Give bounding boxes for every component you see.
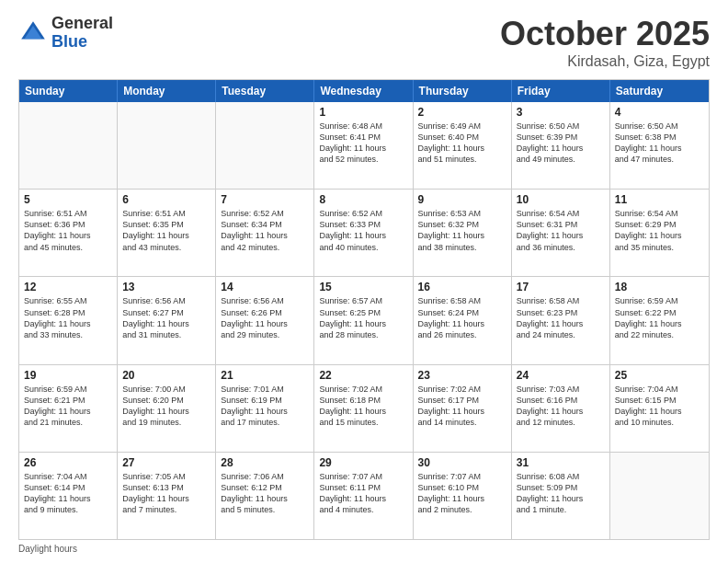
day-cell-19: 19Sunrise: 6:59 AM Sunset: 6:21 PM Dayli… <box>19 365 118 452</box>
day-info: Sunrise: 7:07 AM Sunset: 6:10 PM Dayligh… <box>418 471 506 516</box>
day-cell-28: 28Sunrise: 7:06 AM Sunset: 6:12 PM Dayli… <box>216 453 314 539</box>
day-cell-15: 15Sunrise: 6:57 AM Sunset: 6:25 PM Dayli… <box>314 277 413 363</box>
title-location: Kirdasah, Giza, Egypt <box>500 53 710 70</box>
calendar-body: 1Sunrise: 6:48 AM Sunset: 6:41 PM Daylig… <box>19 102 709 539</box>
page: General Blue October 2025 Kirdasah, Giza… <box>0 0 728 563</box>
day-info: Sunrise: 6:51 AM Sunset: 6:35 PM Dayligh… <box>122 208 210 253</box>
day-info: Sunrise: 6:52 AM Sunset: 6:33 PM Dayligh… <box>319 208 407 253</box>
calendar: SundayMondayTuesdayWednesdayThursdayFrid… <box>18 79 710 540</box>
calendar-week-5: 26Sunrise: 7:04 AM Sunset: 6:14 PM Dayli… <box>19 453 709 539</box>
calendar-week-4: 19Sunrise: 6:59 AM Sunset: 6:21 PM Dayli… <box>19 365 709 453</box>
header-day-saturday: Saturday <box>610 80 709 102</box>
day-info: Sunrise: 6:56 AM Sunset: 6:27 PM Dayligh… <box>122 295 210 340</box>
header-day-sunday: Sunday <box>19 80 118 102</box>
day-info: Sunrise: 6:58 AM Sunset: 6:24 PM Dayligh… <box>418 295 506 340</box>
day-number: 5 <box>24 193 112 206</box>
day-number: 2 <box>418 106 506 119</box>
logo-text: General Blue <box>51 15 113 52</box>
day-info: Sunrise: 6:55 AM Sunset: 6:28 PM Dayligh… <box>24 295 112 340</box>
day-number: 28 <box>221 456 309 469</box>
day-number: 14 <box>221 281 309 293</box>
empty-cell <box>216 102 314 189</box>
title-month: October 2025 <box>500 15 710 53</box>
day-cell-30: 30Sunrise: 7:07 AM Sunset: 6:10 PM Dayli… <box>414 453 512 539</box>
day-info: Sunrise: 6:53 AM Sunset: 6:32 PM Dayligh… <box>418 208 506 253</box>
day-info: Sunrise: 7:07 AM Sunset: 6:11 PM Dayligh… <box>319 471 407 516</box>
day-info: Sunrise: 7:06 AM Sunset: 6:12 PM Dayligh… <box>221 471 309 516</box>
day-cell-2: 2Sunrise: 6:49 AM Sunset: 6:40 PM Daylig… <box>414 102 512 189</box>
day-number: 6 <box>122 193 210 206</box>
header: General Blue October 2025 Kirdasah, Giza… <box>18 15 710 70</box>
day-number: 30 <box>418 456 506 469</box>
day-info: Sunrise: 6:50 AM Sunset: 6:39 PM Dayligh… <box>517 121 605 166</box>
day-info: Sunrise: 6:48 AM Sunset: 6:41 PM Dayligh… <box>319 121 407 166</box>
day-info: Sunrise: 7:01 AM Sunset: 6:19 PM Dayligh… <box>221 384 309 429</box>
day-info: Sunrise: 6:50 AM Sunset: 6:38 PM Dayligh… <box>615 121 704 166</box>
day-cell-21: 21Sunrise: 7:01 AM Sunset: 6:19 PM Dayli… <box>216 365 314 452</box>
day-cell-22: 22Sunrise: 7:02 AM Sunset: 6:18 PM Dayli… <box>314 365 413 452</box>
header-day-monday: Monday <box>118 80 216 102</box>
day-cell-10: 10Sunrise: 6:54 AM Sunset: 6:31 PM Dayli… <box>512 190 610 276</box>
day-number: 12 <box>24 281 112 293</box>
day-cell-23: 23Sunrise: 7:02 AM Sunset: 6:17 PM Dayli… <box>414 365 512 452</box>
day-cell-13: 13Sunrise: 6:56 AM Sunset: 6:27 PM Dayli… <box>118 277 216 363</box>
day-cell-9: 9Sunrise: 6:53 AM Sunset: 6:32 PM Daylig… <box>414 190 512 276</box>
day-cell-26: 26Sunrise: 7:04 AM Sunset: 6:14 PM Dayli… <box>19 453 118 539</box>
day-cell-11: 11Sunrise: 6:54 AM Sunset: 6:29 PM Dayli… <box>610 190 709 276</box>
day-number: 29 <box>319 456 407 469</box>
day-cell-20: 20Sunrise: 7:00 AM Sunset: 6:20 PM Dayli… <box>118 365 216 452</box>
day-number: 24 <box>517 369 605 382</box>
day-cell-7: 7Sunrise: 6:52 AM Sunset: 6:34 PM Daylig… <box>216 190 314 276</box>
day-number: 22 <box>319 369 407 382</box>
day-number: 11 <box>615 193 704 206</box>
day-info: Sunrise: 6:08 AM Sunset: 5:09 PM Dayligh… <box>517 471 605 516</box>
day-info: Sunrise: 7:03 AM Sunset: 6:16 PM Dayligh… <box>517 384 605 429</box>
day-info: Sunrise: 6:49 AM Sunset: 6:40 PM Dayligh… <box>418 121 506 166</box>
day-cell-8: 8Sunrise: 6:52 AM Sunset: 6:33 PM Daylig… <box>314 190 413 276</box>
empty-cell <box>118 102 216 189</box>
day-info: Sunrise: 6:57 AM Sunset: 6:25 PM Dayligh… <box>319 295 407 340</box>
day-info: Sunrise: 6:59 AM Sunset: 6:22 PM Dayligh… <box>615 295 704 340</box>
logo-blue-text: Blue <box>51 33 113 52</box>
day-cell-3: 3Sunrise: 6:50 AM Sunset: 6:39 PM Daylig… <box>512 102 610 189</box>
logo: General Blue <box>18 15 113 52</box>
day-number: 26 <box>24 456 112 469</box>
day-cell-18: 18Sunrise: 6:59 AM Sunset: 6:22 PM Dayli… <box>610 277 709 363</box>
day-info: Sunrise: 6:52 AM Sunset: 6:34 PM Dayligh… <box>221 208 309 253</box>
day-cell-17: 17Sunrise: 6:58 AM Sunset: 6:23 PM Dayli… <box>512 277 610 363</box>
day-info: Sunrise: 7:05 AM Sunset: 6:13 PM Dayligh… <box>122 471 210 516</box>
day-number: 3 <box>517 106 605 119</box>
header-day-tuesday: Tuesday <box>216 80 314 102</box>
day-number: 8 <box>319 193 407 206</box>
header-day-wednesday: Wednesday <box>314 80 413 102</box>
day-cell-12: 12Sunrise: 6:55 AM Sunset: 6:28 PM Dayli… <box>19 277 118 363</box>
day-number: 27 <box>122 456 210 469</box>
day-info: Sunrise: 6:51 AM Sunset: 6:36 PM Dayligh… <box>24 208 112 253</box>
day-cell-24: 24Sunrise: 7:03 AM Sunset: 6:16 PM Dayli… <box>512 365 610 452</box>
day-number: 23 <box>418 369 506 382</box>
empty-cell <box>610 453 709 539</box>
day-info: Sunrise: 7:02 AM Sunset: 6:18 PM Dayligh… <box>319 384 407 429</box>
day-number: 16 <box>418 281 506 293</box>
day-number: 15 <box>319 281 407 293</box>
header-day-friday: Friday <box>512 80 610 102</box>
day-number: 4 <box>615 106 704 119</box>
day-number: 21 <box>221 369 309 382</box>
day-number: 20 <box>122 369 210 382</box>
day-cell-4: 4Sunrise: 6:50 AM Sunset: 6:38 PM Daylig… <box>610 102 709 189</box>
day-number: 10 <box>517 193 605 206</box>
day-cell-6: 6Sunrise: 6:51 AM Sunset: 6:35 PM Daylig… <box>118 190 216 276</box>
calendar-week-2: 5Sunrise: 6:51 AM Sunset: 6:36 PM Daylig… <box>19 190 709 277</box>
day-info: Sunrise: 6:54 AM Sunset: 6:31 PM Dayligh… <box>517 208 605 253</box>
day-info: Sunrise: 6:54 AM Sunset: 6:29 PM Dayligh… <box>615 208 704 253</box>
day-info: Sunrise: 7:04 AM Sunset: 6:14 PM Dayligh… <box>24 471 112 516</box>
day-cell-16: 16Sunrise: 6:58 AM Sunset: 6:24 PM Dayli… <box>414 277 512 363</box>
empty-cell <box>19 102 118 189</box>
day-number: 7 <box>221 193 309 206</box>
day-info: Sunrise: 7:02 AM Sunset: 6:17 PM Dayligh… <box>418 384 506 429</box>
day-cell-29: 29Sunrise: 7:07 AM Sunset: 6:11 PM Dayli… <box>314 453 413 539</box>
day-cell-31: 31Sunrise: 6:08 AM Sunset: 5:09 PM Dayli… <box>512 453 610 539</box>
calendar-week-3: 12Sunrise: 6:55 AM Sunset: 6:28 PM Dayli… <box>19 277 709 364</box>
day-info: Sunrise: 7:00 AM Sunset: 6:20 PM Dayligh… <box>122 384 210 429</box>
day-info: Sunrise: 6:58 AM Sunset: 6:23 PM Dayligh… <box>517 295 605 340</box>
